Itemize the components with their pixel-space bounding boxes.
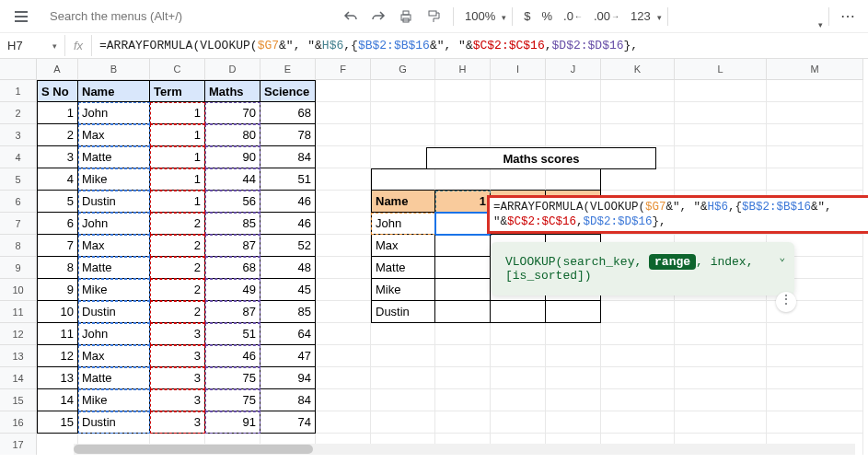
column-header[interactable]: C bbox=[150, 59, 205, 80]
cell-D6[interactable]: 56 bbox=[205, 191, 260, 213]
cell-M14[interactable] bbox=[767, 367, 863, 389]
cell-K16[interactable] bbox=[601, 411, 675, 434]
cell-B13[interactable]: Max bbox=[78, 345, 150, 367]
row-header[interactable]: 13 bbox=[0, 345, 37, 367]
cell-J4[interactable] bbox=[546, 146, 601, 168]
cell-C16[interactable]: 3 bbox=[150, 411, 205, 434]
column-header[interactable]: L bbox=[675, 59, 767, 80]
cell-L12[interactable] bbox=[675, 323, 767, 345]
cell-H15[interactable] bbox=[435, 389, 491, 411]
cell-B3[interactable]: Max bbox=[78, 124, 150, 146]
cell-A2[interactable]: 1 bbox=[37, 102, 78, 124]
cell-G15[interactable] bbox=[371, 389, 435, 411]
cell-K13[interactable] bbox=[601, 345, 675, 367]
cell-H8[interactable] bbox=[435, 235, 491, 257]
cell-H12[interactable] bbox=[435, 323, 491, 345]
cell-L4[interactable] bbox=[675, 146, 767, 168]
cell-I1[interactable] bbox=[491, 80, 546, 102]
cell-A17[interactable] bbox=[37, 434, 78, 455]
cell-G5[interactable] bbox=[371, 168, 435, 191]
scrollbar-thumb[interactable] bbox=[74, 445, 313, 454]
cell-E2[interactable]: 68 bbox=[260, 102, 316, 124]
zoom-dropdown[interactable]: 100% bbox=[459, 9, 506, 23]
cell-G6[interactable]: Name bbox=[371, 191, 435, 213]
menu-icon[interactable] bbox=[11, 6, 31, 27]
row-header[interactable]: 8 bbox=[0, 235, 37, 257]
cell-I5[interactable] bbox=[491, 168, 546, 191]
cell-H10[interactable] bbox=[435, 279, 491, 301]
cell-K12[interactable] bbox=[601, 323, 675, 345]
cell-K1[interactable] bbox=[601, 80, 675, 102]
formula-input[interactable]: =ARRAYFORMULA(VLOOKUP($G7&", "&H$6,{$B$2… bbox=[92, 39, 868, 52]
cell-M1[interactable] bbox=[767, 80, 863, 102]
cell-L15[interactable] bbox=[675, 389, 767, 411]
cell-G16[interactable] bbox=[371, 411, 435, 434]
cell-J16[interactable] bbox=[546, 411, 601, 434]
cell-E16[interactable]: 74 bbox=[260, 411, 316, 434]
increase-decimal-button[interactable]: .00 → bbox=[588, 9, 625, 23]
cell-A10[interactable]: 9 bbox=[37, 279, 78, 301]
row-header[interactable]: 6 bbox=[0, 191, 37, 213]
row-header[interactable]: 12 bbox=[0, 323, 37, 345]
row-header[interactable]: 3 bbox=[0, 124, 37, 146]
cell-L2[interactable] bbox=[675, 102, 767, 124]
cell-F13[interactable] bbox=[316, 345, 371, 367]
cell-E8[interactable]: 52 bbox=[260, 235, 316, 257]
cell-reference-box[interactable]: H7 ▾ bbox=[0, 39, 64, 52]
horizontal-scrollbar[interactable] bbox=[74, 444, 855, 455]
cell-B15[interactable]: Mike bbox=[78, 389, 150, 411]
cell-G9[interactable]: Matte bbox=[371, 257, 435, 279]
cell-B1[interactable]: Name bbox=[78, 80, 150, 102]
currency-button[interactable]: $ bbox=[518, 9, 536, 23]
cell-K15[interactable] bbox=[601, 389, 675, 411]
column-header[interactable]: H bbox=[435, 59, 491, 80]
cell-G14[interactable] bbox=[371, 367, 435, 389]
cell-A6[interactable]: 5 bbox=[37, 191, 78, 213]
cell-G1[interactable] bbox=[371, 80, 435, 102]
cell-C4[interactable]: 1 bbox=[150, 146, 205, 168]
cell-K14[interactable] bbox=[601, 367, 675, 389]
cell-J12[interactable] bbox=[546, 323, 601, 345]
cell-A4[interactable]: 3 bbox=[37, 146, 78, 168]
cell-F10[interactable] bbox=[316, 279, 371, 301]
cell-F6[interactable] bbox=[316, 191, 371, 213]
cell-F12[interactable] bbox=[316, 323, 371, 345]
column-header[interactable]: A bbox=[37, 59, 78, 80]
cell-D1[interactable]: Maths bbox=[205, 80, 260, 102]
cell-C3[interactable]: 1 bbox=[150, 124, 205, 146]
cell-G3[interactable] bbox=[371, 124, 435, 146]
cell-J2[interactable] bbox=[546, 102, 601, 124]
cell-J11[interactable] bbox=[546, 301, 601, 323]
cell-D9[interactable]: 68 bbox=[205, 257, 260, 279]
cell-E15[interactable]: 84 bbox=[260, 389, 316, 411]
cell-I15[interactable] bbox=[491, 389, 546, 411]
cell-F9[interactable] bbox=[316, 257, 371, 279]
cell-A16[interactable]: 15 bbox=[37, 411, 78, 434]
cell-B7[interactable]: John bbox=[78, 213, 150, 235]
cell-K4[interactable] bbox=[601, 146, 675, 168]
row-header[interactable]: 7 bbox=[0, 213, 37, 235]
select-all-corner[interactable] bbox=[0, 59, 37, 80]
cell-B5[interactable]: Mike bbox=[78, 168, 150, 191]
cell-B9[interactable]: Matte bbox=[78, 257, 150, 279]
cell-L16[interactable] bbox=[675, 411, 767, 434]
undo-icon[interactable] bbox=[341, 6, 361, 27]
collapse-hint-icon[interactable]: ⌄ bbox=[779, 251, 785, 263]
cell-C7[interactable]: 2 bbox=[150, 213, 205, 235]
cell-A15[interactable]: 14 bbox=[37, 389, 78, 411]
cell-C14[interactable]: 3 bbox=[150, 367, 205, 389]
cell-D14[interactable]: 75 bbox=[205, 367, 260, 389]
column-header[interactable]: G bbox=[371, 59, 435, 80]
menu-search-input[interactable]: Search the menus (Alt+/) bbox=[42, 6, 226, 27]
cell-E4[interactable]: 84 bbox=[260, 146, 316, 168]
cell-I13[interactable] bbox=[491, 345, 546, 367]
cell-D5[interactable]: 44 bbox=[205, 168, 260, 191]
cell-E11[interactable]: 85 bbox=[260, 301, 316, 323]
cell-I14[interactable] bbox=[491, 367, 546, 389]
cell-H3[interactable] bbox=[435, 124, 491, 146]
cell-B12[interactable]: John bbox=[78, 323, 150, 345]
cell-E7[interactable]: 46 bbox=[260, 213, 316, 235]
cell-L14[interactable] bbox=[675, 367, 767, 389]
cell-H1[interactable] bbox=[435, 80, 491, 102]
cell-G7[interactable]: John bbox=[371, 213, 435, 235]
